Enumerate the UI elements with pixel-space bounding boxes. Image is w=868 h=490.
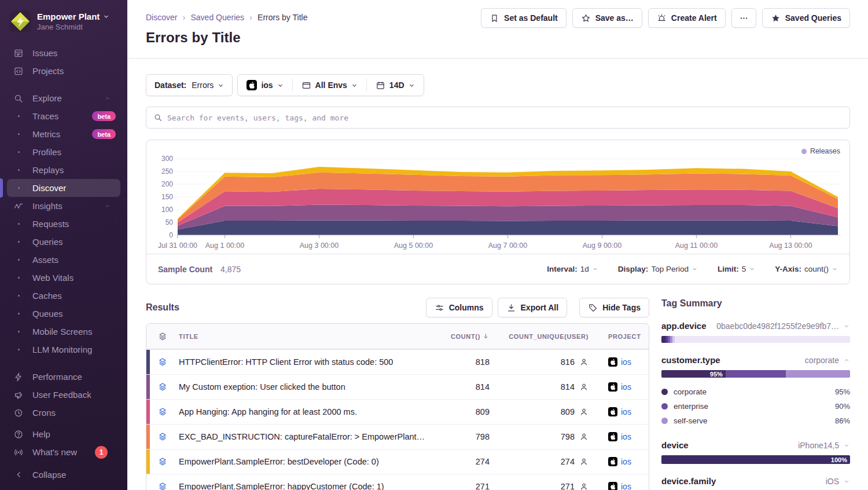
saved-queries-button[interactable]: Saved Queries [762,8,850,28]
svg-text:Aug 1 00:00: Aug 1 00:00 [205,242,244,250]
search-input[interactable] [167,114,843,122]
breadcrumb-item-saved-queries[interactable]: Saved Queries [190,13,244,22]
button-label: Create Alert [671,13,717,23]
sample-count-value: 4,875 [220,265,241,274]
sidebar-item-issues[interactable]: Issues [7,44,120,62]
sidebar-item-web-vitals[interactable]: Web Vitals [7,269,120,287]
stack-icon[interactable] [158,357,167,367]
sidebar-item-assets[interactable]: Assets [7,251,120,269]
limit-selector[interactable]: Limit:5 [718,265,755,273]
tag-segment: 100% [661,455,850,464]
sidebar-item-user-feedback[interactable]: User Feedback [7,386,120,404]
save-as-button[interactable]: Save as… [572,8,642,28]
environment-filter[interactable]: All Envs [293,75,366,96]
create-alert-button[interactable]: Create Alert [648,8,726,28]
stack-icon[interactable] [158,432,167,441]
project-link[interactable]: ios [621,382,631,392]
count-value: 809 [426,407,490,416]
results-section: Results ColumnsExport AllHide Tags TITLE… [146,298,649,490]
stack-icon[interactable] [158,407,167,416]
sidebar-item-queries[interactable]: Queries [7,233,120,251]
sidebar-item-performance[interactable]: Performance [7,368,120,386]
project-link[interactable]: ios [621,482,631,490]
svg-text:300: 300 [161,155,173,163]
column-header-title[interactable]: TITLE [179,333,198,340]
button-label: Set as Default [504,13,558,23]
sidebar-group-insights[interactable]: Insights [7,197,120,215]
person-icon [579,482,589,490]
sidebar-group-explore[interactable]: Explore [7,89,120,107]
set-as-default-button[interactable]: Set as Default [481,8,567,28]
stack-icon[interactable] [158,382,167,392]
issues-icon [13,48,24,58]
sidebar-item-metrics[interactable]: Metricsbeta [7,125,120,143]
chevron-left-icon [13,470,24,479]
sidebar-item-requests[interactable]: Requests [7,215,120,233]
sidebar-item-llm-monitoring[interactable]: LLM Monitoring [7,341,120,359]
tag-value-row[interactable]: enterprise90% [661,399,850,414]
tag-name: app.device [661,321,707,331]
tag-value-row[interactable]: corporate95% [661,385,850,399]
tag-distribution-bar[interactable]: 95% [661,370,850,378]
stack-icon[interactable] [158,457,167,466]
chevron-down-icon [351,82,358,89]
project-link[interactable]: ios [621,357,631,367]
tag-header[interactable]: device.familyiOS [661,476,850,486]
sidebar-item-crons[interactable]: Crons [7,404,120,422]
star-icon [581,13,591,23]
sidebar-item-mobile-screens[interactable]: Mobile Screens [7,323,120,341]
project-link[interactable]: ios [621,407,631,416]
sidebar-item-projects[interactable]: Projects [7,62,120,80]
series-swatch [146,400,150,424]
tag-icon [588,303,598,313]
column-header-count-unique[interactable]: COUNT_UNIQUE(USER) [509,333,589,340]
sidebar-item-profiles[interactable]: Profiles [7,143,120,161]
stack-icon[interactable] [158,482,167,490]
project-link[interactable]: ios [621,432,631,441]
project-link[interactable]: ios [621,457,631,466]
ellipsis-button[interactable] [731,8,756,28]
hide-tags-button[interactable]: Hide Tags [579,298,649,317]
tag-value-row[interactable]: self-serve86% [661,414,850,428]
sidebar-group-label: Insights [32,201,62,211]
sidebar-item-queues[interactable]: Queues [7,305,120,323]
sidebar-item-label: Traces [32,111,58,121]
column-header-project[interactable]: PROJECT [608,333,641,340]
breadcrumb-item-discover[interactable]: Discover [146,13,177,22]
tag-value-label: enterprise [674,402,708,411]
area-chart[interactable]: Jul 31 00:00Aug 1 00:00Aug 3 00:00Aug 5 … [146,140,849,254]
export-all-button[interactable]: Export All [498,298,568,317]
tag-distribution-bar[interactable]: 100% [661,455,850,464]
columns-button[interactable]: Columns [426,298,492,317]
date-range-filter[interactable]: 14D [367,75,424,96]
sidebar-item-replays[interactable]: Replays [7,161,120,179]
count-value: 798 [426,432,490,441]
project-filter[interactable]: ios [238,75,292,96]
tag-header[interactable]: customer.typecorporate [661,355,850,365]
column-header-count[interactable]: COUNT() [451,333,480,340]
tag-header[interactable]: app.device0baebc0de4982f1255f2e9e9fb7… [661,321,850,331]
sidebar-item-what-s-new[interactable]: What's new1 [7,443,120,461]
org-switcher[interactable]: Empower Plant Jane Schmidt [0,0,127,41]
sidebar-item-help[interactable]: Help [7,425,120,443]
series-swatch [146,375,150,399]
sidebar-item-caches[interactable]: Caches [7,287,120,305]
bullet-icon [18,331,20,332]
lightning-icon [13,372,24,382]
interval-selector[interactable]: Interval:1d [547,265,598,273]
tag-top-value: 0baebc0de4982f1255f2e9e9fb7… [716,321,839,331]
tag-name: device.family [661,476,716,486]
display-selector[interactable]: Display:Top Period [618,265,698,273]
tag-segment: 95% [661,370,726,378]
apple-icon [608,357,617,367]
sidebar-item-discover[interactable]: Discover [7,179,120,197]
tag-block-device-family: device.familyiOS100% [661,476,850,490]
tag-distribution-bar[interactable] [661,336,850,343]
sidebar-item-traces[interactable]: Tracesbeta [7,107,120,125]
collapse-button[interactable]: Collapse [7,466,120,484]
table-row: App Hanging: App hanging for at least 20… [146,399,649,424]
dataset-selector[interactable]: Dataset: Errors [146,74,233,96]
ellipsis-icon [739,13,749,23]
y-axis-selector[interactable]: Y-Axis:count() [775,265,838,273]
tag-header[interactable]: deviceiPhone14,5 [661,440,850,450]
